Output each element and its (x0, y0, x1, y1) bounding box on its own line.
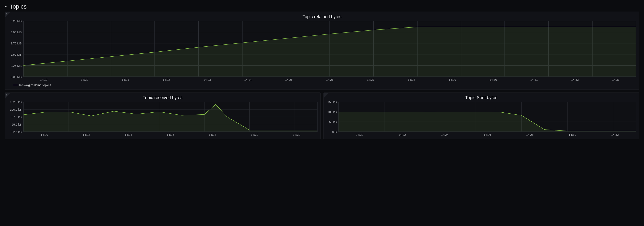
info-icon[interactable]: i (6, 13, 7, 15)
chart-area[interactable] (338, 102, 636, 132)
x-axis: 14:2014:2214:2414:2614:2814:3014:32 (23, 133, 318, 136)
x-axis: 14:1914:2014:2114:2214:2314:2414:2514:26… (23, 78, 636, 81)
legend-label: lkc-wwgjm-demo-topic-1 (19, 83, 52, 87)
chart-area[interactable] (23, 21, 636, 77)
y-axis: 150 kB100 kB50 kB0 B (326, 102, 338, 132)
legend: lkc-wwgjm-demo-topic-1 (13, 83, 636, 87)
info-icon[interactable]: i (6, 93, 7, 96)
row-header[interactable]: Topics (5, 3, 639, 10)
legend-swatch (13, 85, 18, 85)
panel-title: Topic Sent bytes (326, 95, 636, 100)
y-axis: 102.5 kB100.0 kB97.5 kB95.0 kB92.5 kB (8, 102, 23, 132)
panel-title: Topic retained bytes (8, 14, 636, 19)
x-axis: 14:2014:2214:2414:2614:2814:3014:32 (338, 133, 636, 136)
panel-topic-received-bytes: i Topic received bytes 102.5 kB100.0 kB9… (5, 92, 320, 139)
y-axis: 3.25 MB3.00 MB2.75 MB2.50 MB2.25 MB2.00 … (8, 21, 23, 77)
panel-topic-sent-bytes: i Topic Sent bytes 150 kB100 kB50 kB0 B … (324, 92, 639, 139)
row-title: Topics (10, 3, 27, 10)
panel-topic-retained-bytes: i Topic retained bytes 3.25 MB3.00 MB2.7… (5, 12, 639, 90)
chevron-down-icon (5, 5, 8, 8)
chart-area[interactable] (23, 102, 318, 132)
panel-title: Topic received bytes (8, 95, 318, 100)
info-icon[interactable]: i (324, 93, 326, 96)
